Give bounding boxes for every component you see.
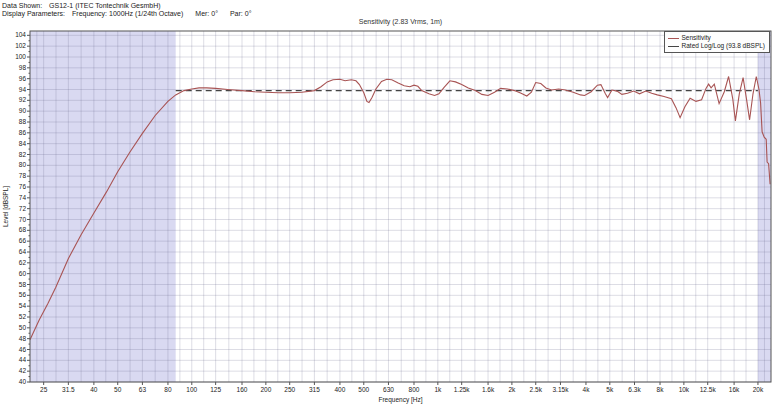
svg-text:12.5k: 12.5k	[700, 386, 717, 393]
svg-text:4k: 4k	[583, 386, 591, 393]
svg-text:50: 50	[114, 386, 122, 393]
y-axis-labels: 4042444648505254565860626466687072747678…	[15, 31, 30, 385]
svg-text:800: 800	[409, 386, 420, 393]
rated-line-swatch	[668, 46, 679, 47]
svg-text:78: 78	[19, 172, 27, 179]
svg-text:40: 40	[19, 378, 27, 385]
svg-text:400: 400	[334, 386, 345, 393]
svg-text:25: 25	[40, 386, 48, 393]
chart-legend: Sensitivity Rated Log/Log (93.8 dBSPL)	[664, 31, 770, 53]
svg-text:74: 74	[19, 194, 27, 201]
svg-text:56: 56	[19, 291, 27, 298]
svg-text:16k: 16k	[729, 386, 740, 393]
svg-text:1k: 1k	[434, 386, 442, 393]
svg-text:8k: 8k	[657, 386, 665, 393]
svg-text:5k: 5k	[606, 386, 614, 393]
svg-text:20k: 20k	[753, 386, 764, 393]
svg-text:50: 50	[19, 324, 27, 331]
svg-text:63: 63	[139, 386, 147, 393]
svg-text:82: 82	[19, 151, 27, 158]
svg-text:1.25k: 1.25k	[454, 386, 471, 393]
svg-text:66: 66	[19, 237, 27, 244]
svg-text:31.5: 31.5	[62, 386, 75, 393]
svg-text:54: 54	[19, 302, 27, 309]
sensitivity-chart: 2531.54050638010012516020025031540050063…	[0, 0, 777, 411]
svg-text:630: 630	[383, 386, 394, 393]
svg-text:100: 100	[186, 386, 197, 393]
svg-text:80: 80	[164, 386, 172, 393]
svg-text:68: 68	[19, 226, 27, 233]
legend-item-rated: Rated Log/Log (93.8 dBSPL)	[668, 42, 765, 50]
svg-text:2k: 2k	[508, 386, 516, 393]
svg-text:48: 48	[19, 335, 27, 342]
svg-text:160: 160	[237, 386, 248, 393]
svg-text:102: 102	[15, 42, 26, 49]
svg-text:80: 80	[19, 161, 27, 168]
svg-text:6.3k: 6.3k	[628, 386, 641, 393]
svg-text:42: 42	[19, 367, 27, 374]
sensitivity-line-swatch	[668, 38, 679, 39]
measurement-window: Data Shown:GS12-1 (ITEC Tontechnik Gesmb…	[0, 0, 777, 411]
svg-text:70: 70	[19, 216, 27, 223]
svg-text:104: 104	[15, 31, 26, 38]
svg-text:72: 72	[19, 205, 27, 212]
legend-item-sensitivity: Sensitivity	[668, 34, 765, 42]
svg-text:92: 92	[19, 96, 27, 103]
svg-text:2.5k: 2.5k	[530, 386, 543, 393]
legend-label-rated: Rated Log/Log (93.8 dBSPL)	[682, 42, 765, 50]
svg-text:500: 500	[358, 386, 369, 393]
svg-text:64: 64	[19, 248, 27, 255]
svg-text:96: 96	[19, 75, 27, 82]
svg-text:315: 315	[309, 386, 320, 393]
svg-text:200: 200	[260, 386, 271, 393]
svg-text:44: 44	[19, 356, 27, 363]
svg-text:40: 40	[90, 386, 98, 393]
svg-text:52: 52	[19, 313, 27, 320]
svg-text:90: 90	[19, 107, 27, 114]
svg-text:86: 86	[19, 129, 27, 136]
svg-text:100: 100	[15, 53, 26, 60]
svg-text:10k: 10k	[679, 386, 690, 393]
svg-text:88: 88	[19, 118, 27, 125]
svg-text:76: 76	[19, 183, 27, 190]
svg-text:84: 84	[19, 140, 27, 147]
svg-text:3.15k: 3.15k	[552, 386, 569, 393]
svg-text:62: 62	[19, 259, 27, 266]
svg-text:94: 94	[19, 86, 27, 93]
svg-text:98: 98	[19, 64, 27, 71]
svg-text:1.6k: 1.6k	[482, 386, 495, 393]
svg-text:58: 58	[19, 281, 27, 288]
y-axis-title: Level [dBSPL]	[2, 186, 10, 227]
svg-text:125: 125	[210, 386, 221, 393]
x-axis-title: Frequency [Hz]	[378, 396, 422, 404]
svg-text:60: 60	[19, 270, 27, 277]
svg-text:250: 250	[284, 386, 295, 393]
svg-text:46: 46	[19, 346, 27, 353]
legend-label-sensitivity: Sensitivity	[682, 34, 711, 42]
x-axis-labels: 2531.54050638010012516020025031540050063…	[40, 382, 764, 393]
